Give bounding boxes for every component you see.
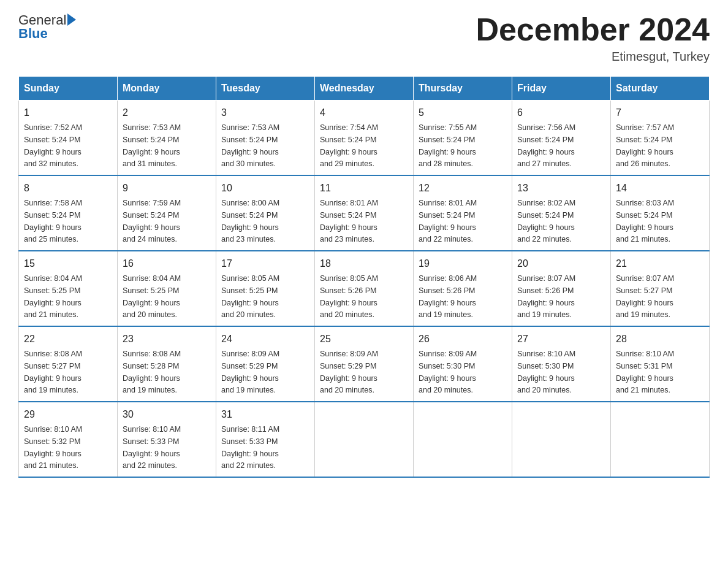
daylight-minutes: and 32 minutes. (24, 159, 78, 168)
calendar-cell: 15 Sunrise: 8:04 AM Sunset: 5:25 PM Dayl… (19, 251, 118, 326)
calendar-cell: 2 Sunrise: 7:53 AM Sunset: 5:24 PM Dayli… (118, 101, 216, 176)
calendar-cell: 21 Sunrise: 8:07 AM Sunset: 5:27 PM Dayl… (611, 251, 710, 326)
sunrise-text: Sunrise: 8:08 AM (123, 350, 181, 358)
calendar-cell: 12 Sunrise: 8:01 AM Sunset: 5:24 PM Dayl… (414, 175, 512, 251)
sunrise-text: Sunrise: 7:54 AM (320, 123, 378, 132)
sunrise-text: Sunrise: 7:52 AM (24, 123, 82, 132)
daylight-text: Daylight: 9 hours (517, 148, 575, 156)
calendar-cell: 5 Sunrise: 7:55 AM Sunset: 5:24 PM Dayli… (414, 101, 512, 176)
daylight-minutes: and 20 minutes. (320, 310, 374, 319)
daylight-minutes: and 22 minutes. (123, 461, 177, 470)
daylight-text: Daylight: 9 hours (221, 299, 279, 307)
day-number: 9 (123, 181, 211, 196)
daylight-text: Daylight: 9 hours (320, 299, 377, 307)
sunrise-text: Sunrise: 8:11 AM (221, 425, 279, 434)
sunrise-text: Sunrise: 8:01 AM (419, 199, 477, 207)
daylight-text: Daylight: 9 hours (221, 374, 279, 383)
sunrise-text: Sunrise: 7:53 AM (221, 123, 279, 132)
calendar-cell: 23 Sunrise: 8:08 AM Sunset: 5:28 PM Dayl… (118, 326, 216, 402)
calendar-cell (414, 402, 512, 477)
day-number: 8 (24, 181, 112, 196)
sunset-text: Sunset: 5:30 PM (419, 362, 475, 370)
day-number: 23 (123, 332, 211, 347)
sunset-text: Sunset: 5:24 PM (24, 211, 80, 220)
col-wednesday: Wednesday (315, 77, 414, 101)
sunset-text: Sunset: 5:33 PM (123, 437, 179, 446)
day-number: 13 (517, 181, 605, 196)
calendar-week-row: 29 Sunrise: 8:10 AM Sunset: 5:32 PM Dayl… (19, 402, 710, 477)
daylight-minutes: and 30 minutes. (221, 159, 276, 168)
daylight-minutes: and 26 minutes. (616, 159, 670, 168)
sunrise-text: Sunrise: 8:07 AM (616, 274, 674, 283)
day-number: 18 (320, 256, 408, 271)
calendar-week-row: 15 Sunrise: 8:04 AM Sunset: 5:25 PM Dayl… (19, 251, 710, 326)
sunrise-text: Sunrise: 8:01 AM (320, 199, 378, 207)
sunset-text: Sunset: 5:24 PM (517, 136, 574, 144)
daylight-minutes: and 20 minutes. (419, 386, 473, 394)
day-number: 4 (320, 105, 408, 120)
day-number: 1 (24, 105, 112, 120)
daylight-minutes: and 20 minutes. (320, 386, 374, 394)
daylight-text: Daylight: 9 hours (320, 374, 377, 383)
sunset-text: Sunset: 5:26 PM (419, 286, 475, 295)
calendar-week-row: 8 Sunrise: 7:58 AM Sunset: 5:24 PM Dayli… (19, 175, 710, 251)
col-saturday: Saturday (611, 77, 710, 101)
day-number: 10 (221, 181, 309, 196)
daylight-text: Daylight: 9 hours (24, 223, 82, 232)
calendar-header-row: Sunday Monday Tuesday Wednesday Thursday… (19, 77, 710, 101)
day-number: 11 (320, 181, 408, 196)
daylight-text: Daylight: 9 hours (123, 299, 180, 307)
location-subtitle: Etimesgut, Turkey (476, 50, 710, 64)
day-number: 20 (517, 256, 605, 271)
daylight-minutes: and 19 minutes. (517, 310, 572, 319)
sunset-text: Sunset: 5:24 PM (616, 211, 672, 220)
daylight-minutes: and 21 minutes. (616, 386, 670, 394)
sunset-text: Sunset: 5:31 PM (616, 362, 672, 370)
daylight-text: Daylight: 9 hours (616, 223, 673, 232)
calendar-body: 1 Sunrise: 7:52 AM Sunset: 5:24 PM Dayli… (19, 101, 710, 478)
title-area: December 2024 Etimesgut, Turkey (476, 12, 710, 64)
sunrise-text: Sunrise: 8:08 AM (24, 350, 82, 358)
daylight-minutes: and 22 minutes. (419, 235, 473, 243)
day-number: 7 (616, 105, 704, 120)
calendar-cell (611, 402, 710, 477)
daylight-text: Daylight: 9 hours (616, 148, 673, 156)
sunrise-text: Sunrise: 7:55 AM (419, 123, 477, 132)
calendar-cell: 10 Sunrise: 8:00 AM Sunset: 5:24 PM Dayl… (216, 175, 315, 251)
sunset-text: Sunset: 5:24 PM (123, 136, 179, 144)
daylight-minutes: and 21 minutes. (24, 310, 78, 319)
calendar-cell (315, 402, 414, 477)
sunrise-text: Sunrise: 8:10 AM (616, 350, 674, 358)
daylight-minutes: and 23 minutes. (221, 235, 276, 243)
sunrise-text: Sunrise: 8:06 AM (419, 274, 477, 283)
daylight-minutes: and 21 minutes. (24, 461, 78, 470)
calendar-cell: 25 Sunrise: 8:09 AM Sunset: 5:29 PM Dayl… (315, 326, 414, 402)
col-monday: Monday (118, 77, 216, 101)
sunrise-text: Sunrise: 8:03 AM (616, 199, 674, 207)
calendar-cell: 16 Sunrise: 8:04 AM Sunset: 5:25 PM Dayl… (118, 251, 216, 326)
daylight-text: Daylight: 9 hours (419, 374, 476, 383)
daylight-text: Daylight: 9 hours (221, 450, 279, 458)
calendar-table: Sunday Monday Tuesday Wednesday Thursday… (18, 76, 710, 478)
sunrise-text: Sunrise: 7:58 AM (24, 199, 82, 207)
sunset-text: Sunset: 5:26 PM (320, 286, 376, 295)
calendar-week-row: 1 Sunrise: 7:52 AM Sunset: 5:24 PM Dayli… (19, 101, 710, 176)
day-number: 29 (24, 407, 112, 422)
daylight-minutes: and 29 minutes. (320, 159, 374, 168)
sunset-text: Sunset: 5:27 PM (616, 286, 672, 295)
calendar-cell: 29 Sunrise: 8:10 AM Sunset: 5:32 PM Dayl… (19, 402, 118, 477)
daylight-minutes: and 25 minutes. (24, 235, 78, 243)
sunset-text: Sunset: 5:24 PM (24, 136, 80, 144)
calendar-cell: 22 Sunrise: 8:08 AM Sunset: 5:27 PM Dayl… (19, 326, 118, 402)
daylight-minutes: and 20 minutes. (221, 310, 276, 319)
sunset-text: Sunset: 5:33 PM (221, 437, 278, 446)
daylight-minutes: and 22 minutes. (221, 461, 276, 470)
sunrise-text: Sunrise: 8:05 AM (320, 274, 378, 283)
daylight-text: Daylight: 9 hours (123, 374, 180, 383)
day-number: 30 (123, 407, 211, 422)
daylight-minutes: and 19 minutes. (24, 386, 78, 394)
daylight-minutes: and 22 minutes. (517, 235, 572, 243)
sunset-text: Sunset: 5:28 PM (123, 362, 179, 370)
daylight-text: Daylight: 9 hours (419, 148, 476, 156)
calendar-cell: 9 Sunrise: 7:59 AM Sunset: 5:24 PM Dayli… (118, 175, 216, 251)
